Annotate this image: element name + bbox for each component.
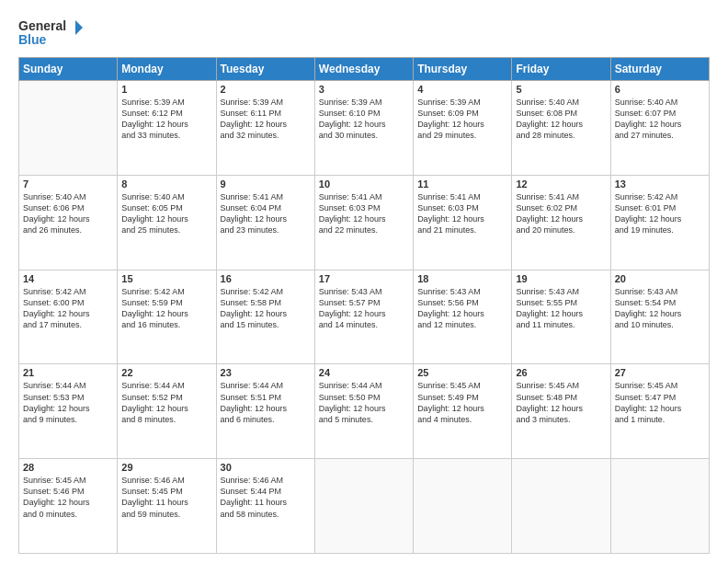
day-info: Sunrise: 5:44 AM Sunset: 5:53 PM Dayligh… <box>23 380 113 425</box>
day-info: Sunrise: 5:43 AM Sunset: 5:56 PM Dayligh… <box>417 286 507 331</box>
day-info: Sunrise: 5:40 AM Sunset: 6:06 PM Dayligh… <box>23 191 113 236</box>
weekday-monday: Monday <box>118 58 216 81</box>
day-number: 1 <box>121 84 211 95</box>
day-number: 22 <box>121 367 211 378</box>
day-number: 21 <box>23 367 113 378</box>
day-cell <box>19 81 118 176</box>
day-cell: 27Sunrise: 5:45 AM Sunset: 5:47 PM Dayli… <box>610 364 709 459</box>
day-info: Sunrise: 5:39 AM Sunset: 6:12 PM Dayligh… <box>121 97 211 142</box>
day-number: 7 <box>23 178 113 190</box>
day-info: Sunrise: 5:42 AM Sunset: 5:58 PM Dayligh… <box>221 286 311 331</box>
day-number: 18 <box>417 273 507 284</box>
day-cell: 2Sunrise: 5:39 AM Sunset: 6:11 PM Daylig… <box>216 81 314 176</box>
day-number: 9 <box>221 178 311 190</box>
day-cell <box>314 459 413 554</box>
day-cell: 15Sunrise: 5:42 AM Sunset: 5:59 PM Dayli… <box>118 270 216 364</box>
day-number: 3 <box>319 84 409 95</box>
day-info: Sunrise: 5:39 AM Sunset: 6:09 PM Dayligh… <box>417 97 507 142</box>
week-row-0: 1Sunrise: 5:39 AM Sunset: 6:12 PM Daylig… <box>19 81 710 176</box>
day-info: Sunrise: 5:44 AM Sunset: 5:51 PM Dayligh… <box>221 380 311 425</box>
calendar-page: General Blue SundayMondayTuesdayWednesda… <box>0 0 728 563</box>
weekday-saturday: Saturday <box>610 58 709 81</box>
day-cell: 19Sunrise: 5:43 AM Sunset: 5:55 PM Dayli… <box>512 270 610 364</box>
day-cell: 18Sunrise: 5:43 AM Sunset: 5:56 PM Dayli… <box>414 270 512 364</box>
day-info: Sunrise: 5:44 AM Sunset: 5:52 PM Dayligh… <box>121 380 211 425</box>
day-cell: 8Sunrise: 5:40 AM Sunset: 6:05 PM Daylig… <box>118 175 216 270</box>
logo-svg: General Blue <box>18 17 83 50</box>
day-cell: 14Sunrise: 5:42 AM Sunset: 6:00 PM Dayli… <box>19 270 118 364</box>
day-info: Sunrise: 5:45 AM Sunset: 5:46 PM Dayligh… <box>23 475 113 520</box>
day-info: Sunrise: 5:45 AM Sunset: 5:48 PM Dayligh… <box>516 380 606 425</box>
day-info: Sunrise: 5:40 AM Sunset: 6:05 PM Dayligh… <box>121 191 211 236</box>
day-cell <box>414 459 512 554</box>
day-number: 26 <box>516 367 606 378</box>
day-cell: 16Sunrise: 5:42 AM Sunset: 5:58 PM Dayli… <box>216 270 314 364</box>
day-info: Sunrise: 5:40 AM Sunset: 6:07 PM Dayligh… <box>615 97 705 142</box>
day-cell <box>512 459 610 554</box>
svg-marker-2 <box>75 20 83 35</box>
day-cell: 9Sunrise: 5:41 AM Sunset: 6:04 PM Daylig… <box>216 175 314 270</box>
day-cell: 21Sunrise: 5:44 AM Sunset: 5:53 PM Dayli… <box>19 364 118 459</box>
day-cell: 29Sunrise: 5:46 AM Sunset: 5:45 PM Dayli… <box>118 459 216 554</box>
day-info: Sunrise: 5:43 AM Sunset: 5:55 PM Dayligh… <box>516 286 606 331</box>
weekday-wednesday: Wednesday <box>314 58 413 81</box>
day-info: Sunrise: 5:42 AM Sunset: 6:01 PM Dayligh… <box>615 191 705 236</box>
day-number: 16 <box>221 273 311 284</box>
day-cell: 26Sunrise: 5:45 AM Sunset: 5:48 PM Dayli… <box>512 364 610 459</box>
weekday-tuesday: Tuesday <box>216 58 314 81</box>
day-cell: 3Sunrise: 5:39 AM Sunset: 6:10 PM Daylig… <box>314 81 413 176</box>
day-number: 24 <box>319 367 409 378</box>
calendar-table: SundayMondayTuesdayWednesdayThursdayFrid… <box>18 57 710 554</box>
week-row-3: 21Sunrise: 5:44 AM Sunset: 5:53 PM Dayli… <box>19 364 710 459</box>
day-number: 23 <box>221 367 311 378</box>
week-row-1: 7Sunrise: 5:40 AM Sunset: 6:06 PM Daylig… <box>19 175 710 270</box>
day-cell: 1Sunrise: 5:39 AM Sunset: 6:12 PM Daylig… <box>118 81 216 176</box>
day-info: Sunrise: 5:39 AM Sunset: 6:11 PM Dayligh… <box>221 97 311 142</box>
day-number: 13 <box>615 178 705 190</box>
day-cell: 22Sunrise: 5:44 AM Sunset: 5:52 PM Dayli… <box>118 364 216 459</box>
day-cell <box>610 459 709 554</box>
day-cell: 6Sunrise: 5:40 AM Sunset: 6:07 PM Daylig… <box>610 81 709 176</box>
day-number: 29 <box>121 462 211 473</box>
day-cell: 24Sunrise: 5:44 AM Sunset: 5:50 PM Dayli… <box>314 364 413 459</box>
weekday-header: SundayMondayTuesdayWednesdayThursdayFrid… <box>19 58 710 81</box>
weekday-sunday: Sunday <box>19 58 118 81</box>
day-number: 25 <box>417 367 507 378</box>
svg-text:Blue: Blue <box>18 32 47 47</box>
day-cell: 20Sunrise: 5:43 AM Sunset: 5:54 PM Dayli… <box>610 270 709 364</box>
day-info: Sunrise: 5:44 AM Sunset: 5:50 PM Dayligh… <box>319 380 409 425</box>
day-number: 30 <box>221 462 311 473</box>
day-number: 5 <box>516 84 606 95</box>
day-cell: 30Sunrise: 5:46 AM Sunset: 5:44 PM Dayli… <box>216 459 314 554</box>
day-info: Sunrise: 5:42 AM Sunset: 5:59 PM Dayligh… <box>121 286 211 331</box>
day-info: Sunrise: 5:46 AM Sunset: 5:44 PM Dayligh… <box>221 475 311 520</box>
day-info: Sunrise: 5:42 AM Sunset: 6:00 PM Dayligh… <box>23 286 113 331</box>
day-cell: 13Sunrise: 5:42 AM Sunset: 6:01 PM Dayli… <box>610 175 709 270</box>
day-number: 4 <box>417 84 507 95</box>
calendar-body: 1Sunrise: 5:39 AM Sunset: 6:12 PM Daylig… <box>19 81 710 554</box>
day-number: 8 <box>121 178 211 190</box>
day-number: 17 <box>319 273 409 284</box>
day-info: Sunrise: 5:40 AM Sunset: 6:08 PM Dayligh… <box>516 97 606 142</box>
day-number: 14 <box>23 273 113 284</box>
day-number: 27 <box>615 367 705 378</box>
day-info: Sunrise: 5:43 AM Sunset: 5:54 PM Dayligh… <box>615 286 705 331</box>
day-number: 10 <box>319 178 409 190</box>
day-number: 2 <box>221 84 311 95</box>
day-cell: 17Sunrise: 5:43 AM Sunset: 5:57 PM Dayli… <box>314 270 413 364</box>
weekday-thursday: Thursday <box>414 58 512 81</box>
day-number: 6 <box>615 84 705 95</box>
logo: General Blue <box>18 17 83 50</box>
weekday-friday: Friday <box>512 58 610 81</box>
day-info: Sunrise: 5:43 AM Sunset: 5:57 PM Dayligh… <box>319 286 409 331</box>
header: General Blue <box>18 17 710 50</box>
day-info: Sunrise: 5:41 AM Sunset: 6:04 PM Dayligh… <box>221 191 311 236</box>
day-number: 19 <box>516 273 606 284</box>
day-info: Sunrise: 5:39 AM Sunset: 6:10 PM Dayligh… <box>319 97 409 142</box>
day-cell: 23Sunrise: 5:44 AM Sunset: 5:51 PM Dayli… <box>216 364 314 459</box>
day-cell: 25Sunrise: 5:45 AM Sunset: 5:49 PM Dayli… <box>414 364 512 459</box>
svg-text:General: General <box>18 18 66 33</box>
day-info: Sunrise: 5:45 AM Sunset: 5:47 PM Dayligh… <box>615 380 705 425</box>
day-info: Sunrise: 5:41 AM Sunset: 6:02 PM Dayligh… <box>516 191 606 236</box>
day-cell: 10Sunrise: 5:41 AM Sunset: 6:03 PM Dayli… <box>314 175 413 270</box>
